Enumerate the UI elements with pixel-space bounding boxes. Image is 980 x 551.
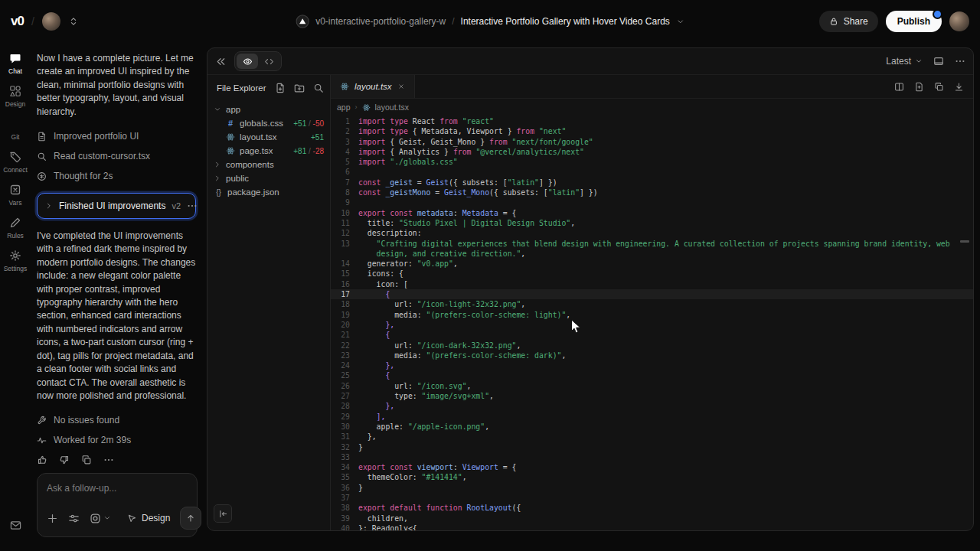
copy-icon[interactable] — [81, 455, 92, 465]
more-icon[interactable] — [103, 455, 114, 465]
code-line[interactable]: 16 icon: [ — [331, 279, 973, 289]
task-row[interactable]: Thought for 2s — [37, 166, 196, 186]
code-line[interactable]: 20 }, — [331, 320, 973, 330]
code-line[interactable]: 22 url: "/icon-dark-32x32.png", — [331, 341, 973, 350]
code-line[interactable]: 27 type: "image/svg+xml", — [331, 391, 973, 401]
copy-file-icon[interactable] — [934, 82, 944, 92]
code-line[interactable]: 15 icons: { — [331, 269, 973, 279]
vercel-project-icon[interactable] — [296, 15, 309, 28]
code-line[interactable]: 6 — [331, 167, 973, 177]
account-avatar[interactable] — [949, 11, 969, 31]
code-line[interactable]: 4import { Analytics } from "@vercel/anal… — [331, 147, 973, 157]
code-line[interactable]: 25 { — [331, 370, 973, 380]
tree-item-package-json[interactable]: { }package.json — [207, 185, 330, 199]
code-line[interactable]: 33 — [331, 452, 973, 462]
sidebar-item-chat[interactable]: Chat — [3, 52, 28, 75]
add-attachment-icon[interactable] — [47, 513, 58, 524]
chevron-down-icon[interactable] — [676, 18, 684, 26]
code-line[interactable]: 31 }, — [331, 432, 973, 442]
model-selector[interactable] — [90, 513, 111, 524]
breadcrumb-folder[interactable]: app — [337, 103, 351, 112]
version-card[interactable]: Finished UI improvements v2 — [37, 193, 196, 219]
code-line[interactable]: 34export const viewport: Viewport = { — [331, 462, 973, 472]
task-row[interactable]: Worked for 2m 39s — [37, 430, 196, 450]
sidebar-item-settings[interactable]: Settings — [3, 249, 28, 272]
user-avatar[interactable] — [42, 12, 60, 31]
code-line[interactable]: 1import type React from "react" — [331, 116, 973, 126]
thumbs-up-icon[interactable] — [37, 455, 47, 465]
v0-logo[interactable]: v0 — [11, 14, 24, 29]
code-line[interactable]: 39 children, — [331, 514, 973, 523]
breadcrumb-file[interactable]: layout.tsx — [375, 103, 409, 112]
code-line[interactable]: 38export default function RootLayout({ — [331, 503, 973, 513]
collapse-explorer-button[interactable] — [214, 504, 232, 523]
version-dropdown[interactable]: Latest — [886, 56, 923, 67]
code-line[interactable]: 7const _geist = Geist({ subsets: ["latin… — [331, 178, 973, 187]
code-line[interactable]: 11 title: "Studio Pixel | Digital Design… — [331, 218, 973, 228]
search-files-icon[interactable] — [313, 83, 324, 93]
chat-input[interactable]: Ask a follow-up... — [47, 483, 188, 494]
code-line[interactable]: 29 ], — [331, 412, 973, 422]
split-view-icon[interactable] — [894, 82, 904, 92]
panel-more-icon[interactable] — [955, 56, 965, 67]
code-line[interactable]: 35 themeColor: "#141414", — [331, 472, 973, 482]
tab-layout-tsx[interactable]: layout.tsx — [331, 75, 415, 98]
task-row[interactable]: Improved portfolio UI — [37, 126, 196, 146]
sidebar-item-rules[interactable]: Rules — [3, 217, 28, 240]
code-area[interactable]: 1import type React from "react"2import t… — [331, 116, 973, 530]
breadcrumb-page-title[interactable]: Interactive Portfolio Gallery with Hover… — [461, 16, 670, 27]
new-file-icon[interactable] — [275, 83, 286, 93]
chat-settings-icon[interactable] — [68, 513, 80, 524]
feedback-mail-icon[interactable] — [10, 520, 21, 531]
send-button[interactable] — [180, 507, 201, 530]
sidebar-item-design[interactable]: Design — [3, 85, 28, 108]
code-line[interactable]: 21 { — [331, 330, 973, 340]
code-line[interactable]: 9 — [331, 197, 973, 207]
design-mode-button[interactable]: Design — [127, 513, 170, 523]
tree-item-layout-tsx[interactable]: layout.tsx+51 — [207, 130, 330, 144]
code-line[interactable]: 5import "./globals.css" — [331, 157, 973, 167]
sidebar-item-git[interactable]: Git — [3, 118, 28, 141]
chat-input-card[interactable]: Ask a follow-up... Design — [37, 473, 198, 537]
code-line[interactable]: 3import { Geist, Geist_Mono } from "next… — [331, 137, 973, 147]
code-line[interactable]: 37 — [331, 493, 973, 503]
code-line[interactable]: 30 apple: "/apple-icon.png", — [331, 422, 973, 432]
file-diff-icon[interactable] — [914, 82, 924, 92]
publish-button[interactable]: Publish — [886, 11, 942, 32]
code-toggle-button[interactable] — [258, 54, 279, 69]
tree-item-globals-css[interactable]: #globals.css+51 / -50 — [207, 116, 330, 130]
tree-item-public[interactable]: public — [207, 171, 330, 185]
sidebar-item-connect[interactable]: Connect — [3, 151, 28, 174]
thumbs-down-icon[interactable] — [59, 455, 70, 465]
code-line[interactable]: 18 url: "/icon-light-32x32.png", — [331, 299, 973, 309]
code-line[interactable]: 26 url: "/icon.svg", — [331, 381, 973, 391]
close-tab-icon[interactable] — [397, 83, 405, 90]
code-line[interactable]: 24 }, — [331, 360, 973, 370]
download-icon[interactable] — [954, 82, 964, 92]
code-line[interactable]: 19 media: "(prefers-color-scheme: light)… — [331, 310, 973, 320]
code-line[interactable]: 28 }, — [331, 401, 973, 411]
code-line[interactable]: 8const _geistMono = Geist_Mono({ subsets… — [331, 187, 973, 197]
new-folder-icon[interactable] — [294, 83, 305, 93]
chevron-updown-icon[interactable] — [68, 16, 79, 27]
code-line[interactable]: 32} — [331, 442, 973, 452]
task-row[interactable]: No issues found — [37, 410, 196, 430]
code-line[interactable]: design, and creative direction.", — [331, 249, 973, 259]
code-line[interactable]: 13 "Crafting digital experiences that bl… — [331, 239, 973, 249]
code-line[interactable]: 2import type { Metadata, Viewport } from… — [331, 126, 973, 136]
code-line[interactable]: 12 description: — [331, 228, 973, 238]
sidebar-item-vars[interactable]: Vars — [3, 184, 28, 207]
preview-toggle-button[interactable] — [237, 54, 258, 69]
scrollbar-thumb[interactable] — [960, 240, 969, 243]
code-line[interactable]: 10export const metadata: Metadata = { — [331, 208, 973, 218]
code-line[interactable]: 14 generator: "v0.app", — [331, 259, 973, 269]
code-line[interactable]: 36} — [331, 483, 973, 493]
tree-item-page-tsx[interactable]: page.tsx+81 / -28 — [207, 144, 330, 158]
share-button[interactable]: Share — [819, 11, 878, 32]
window-icon[interactable] — [933, 56, 944, 67]
code-line[interactable]: 17 { — [331, 289, 973, 299]
version-more-icon[interactable] — [187, 201, 198, 211]
tree-item-app[interactable]: app — [207, 103, 330, 116]
code-line[interactable]: 40}: Readonly<{ — [331, 523, 973, 530]
code-line[interactable]: 23 media: "(prefers-color-scheme: dark)"… — [331, 350, 973, 360]
